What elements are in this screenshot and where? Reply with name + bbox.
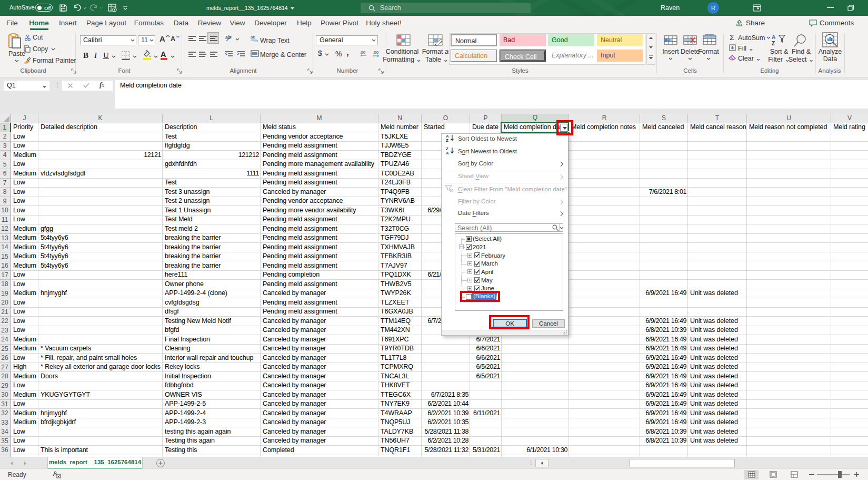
svg-text:.00: .00	[373, 50, 379, 55]
svg-text:ab: ab	[225, 35, 231, 40]
svg-text:Z: Z	[772, 41, 775, 46]
svg-text:A: A	[446, 151, 449, 154]
svg-text:A: A	[772, 34, 775, 40]
svg-text:Z: Z	[446, 138, 448, 142]
svg-text:.00: .00	[360, 50, 366, 55]
svg-text:ab: ab	[251, 35, 255, 40]
